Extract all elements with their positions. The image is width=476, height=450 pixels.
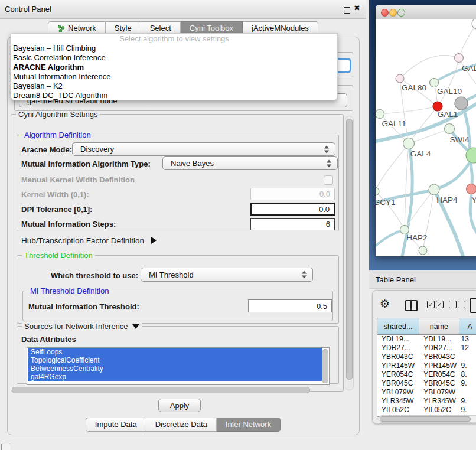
network-edge[interactable]: [376, 144, 409, 191]
table-row[interactable]: YBR043CYBR043C: [377, 353, 476, 361]
aracne-mode-combo[interactable]: Discovery: [72, 142, 335, 156]
data-attribute-item[interactable]: gal4RGexp: [28, 373, 322, 381]
network-node[interactable]: [419, 246, 427, 255]
which-threshold-value: MI Threshold: [149, 270, 194, 279]
network-edge[interactable]: [376, 230, 405, 250]
table-horizontal-scrollbar-thumb[interactable]: [380, 416, 471, 422]
mi-threshold-input[interactable]: 0.5: [248, 299, 332, 312]
control-panel-titlebar: Control Panel ✖: [0, 0, 366, 19]
algorithm-option[interactable]: Dream8 DC_TDC Algorithm: [11, 91, 337, 100]
data-attribute-item[interactable]: BetweennessCentrality: [28, 364, 322, 373]
table-row[interactable]: YBR045CYBR045C9.: [377, 379, 476, 388]
network-edge[interactable]: [380, 106, 438, 114]
table-row[interactable]: YER054CYER054C8.: [377, 370, 476, 379]
algorithm-definition-title: Algorithm Definition: [22, 131, 93, 139]
table-body: YDL19...YDL19...13YDR27...YDR27...12YBR0…: [377, 335, 476, 415]
network-node[interactable]: [445, 124, 455, 134]
settings-horizontal-scrollbar-thumb[interactable]: [12, 387, 310, 393]
data-attributes-list[interactable]: SelfLoopsTopologicalCoefficientBetweenne…: [27, 347, 330, 385]
network-node-label: GAL10: [437, 87, 462, 96]
network-node[interactable]: [376, 110, 384, 119]
network-edge[interactable]: [459, 58, 476, 87]
bottom-tab-impute-data[interactable]: Impute Data: [86, 418, 146, 432]
document-icon[interactable]: [470, 298, 476, 313]
aracne-mode-value: Discovery: [80, 145, 114, 154]
network-edge[interactable]: [405, 144, 409, 230]
table-horizontal-scrollbar[interactable]: [379, 415, 476, 423]
bottom-left-partial-icon[interactable]: [1, 444, 11, 450]
settings-vertical-scrollbar[interactable]: [345, 116, 354, 390]
list-scrollbar[interactable]: [322, 349, 328, 383]
data-attribute-item[interactable]: TopologicalCoefficient: [28, 356, 322, 364]
data-attributes-label: Data Attributes: [21, 335, 76, 344]
table-panel-title: Table Panel: [376, 275, 416, 284]
table-cell: YER054C: [419, 370, 459, 379]
split-columns-icon[interactable]: [405, 300, 418, 311]
table-row[interactable]: YBL079WYBL079W: [377, 388, 476, 397]
unchecked-checkbox-icon[interactable]: [458, 301, 465, 308]
checked-checkbox-icon[interactable]: ✓: [427, 301, 435, 308]
network-node[interactable]: [430, 79, 439, 87]
network-edge[interactable]: [438, 58, 459, 106]
manual-kernel-checkbox[interactable]: [324, 175, 333, 185]
bottom-tab-discretize-data[interactable]: Discretize Data: [146, 418, 217, 432]
hub-definition-toggle[interactable]: Hub/Transcription Factor Definition: [21, 236, 157, 245]
network-node[interactable]: [403, 138, 415, 149]
close-icon[interactable]: ✖: [354, 4, 360, 12]
aracne-mode-label: Aracne Mode:: [21, 145, 72, 154]
network-node[interactable]: [429, 184, 439, 195]
table-cell: YPR145W: [377, 361, 419, 370]
settings-vertical-scrollbar-thumb[interactable]: [346, 119, 353, 380]
network-node[interactable]: [467, 184, 476, 194]
minimize-traffic-light-icon[interactable]: [389, 9, 397, 17]
network-edge[interactable]: [461, 103, 476, 233]
algorithm-option[interactable]: Mutual Information Inference: [11, 72, 337, 81]
float-window-icon[interactable]: [344, 7, 350, 14]
network-node[interactable]: [396, 74, 404, 83]
algorithm-option[interactable]: ARACNE Algorithm: [11, 63, 337, 72]
table-cell: YDR27...: [377, 344, 419, 353]
network-node[interactable]: [376, 187, 379, 195]
network-node[interactable]: [472, 19, 476, 29]
dpi-tolerance-input[interactable]: 0.0: [250, 203, 335, 216]
which-threshold-combo[interactable]: MI Threshold: [141, 268, 313, 282]
network-node-label: GAL1: [438, 110, 458, 119]
table-cell: 12: [459, 344, 476, 353]
algorithm-option[interactable]: Basic Correlation Inference: [11, 53, 337, 63]
mi-steps-input[interactable]: 6: [250, 218, 335, 230]
table-row[interactable]: YDR27...YDR27...12: [377, 344, 476, 353]
application-root: Control Panel ✖ NetworkStyleSelectCyni T…: [0, 0, 476, 450]
table-column-header[interactable]: shared...: [377, 318, 419, 334]
table-row[interactable]: YIL052CYIL052C9.: [377, 406, 476, 415]
manual-kernel-label: Manual Kernel Width Definition: [21, 175, 135, 184]
collapse-arrow-icon[interactable]: [132, 324, 139, 329]
kernel-width-input[interactable]: 0.0: [250, 188, 335, 200]
table-row[interactable]: YLR345WYLR345W9.: [377, 397, 476, 406]
checked-checkbox-icon[interactable]: ✓: [436, 301, 444, 308]
mi-steps-value: 6: [326, 220, 330, 229]
data-attributes-items: SelfLoopsTopologicalCoefficientBetweenne…: [27, 348, 329, 381]
apply-button[interactable]: Apply: [158, 399, 201, 412]
algorithm-option[interactable]: Bayesian – Hill Climbing: [11, 44, 337, 53]
close-traffic-light-icon[interactable]: [381, 9, 389, 17]
mi-type-combo[interactable]: Naive Bayes: [162, 156, 338, 170]
stepper-icon: [302, 271, 307, 279]
table-column-header[interactable]: name: [419, 318, 459, 334]
unchecked-checkbox-icon[interactable]: [449, 301, 457, 308]
data-attribute-item[interactable]: SelfLoops: [28, 348, 322, 356]
network-edge[interactable]: [459, 24, 476, 58]
node-table[interactable]: shared...nameA YDL19...YDL19...13YDR27..…: [377, 318, 476, 417]
algorithm-option[interactable]: Bayesian – K2: [11, 81, 337, 91]
table-column-header[interactable]: A: [459, 318, 476, 334]
network-canvas[interactable]: GALGAL80GAL10GAL1GAL11SWI4GAL4GCY1HAP4YH…: [376, 19, 476, 256]
table-row[interactable]: YPR145WYPR145W9.: [377, 361, 476, 370]
zoom-traffic-light-icon[interactable]: [397, 9, 405, 17]
bottom-tab-infer-network[interactable]: Infer Network: [217, 418, 281, 432]
gear-icon[interactable]: ⚙: [380, 297, 390, 311]
network-node-label: GAL11: [382, 119, 406, 128]
network-node[interactable]: [455, 97, 468, 110]
table-row[interactable]: YDL19...YDL19...13: [377, 335, 476, 344]
network-window-titlebar[interactable]: [376, 5, 476, 20]
network-edge[interactable]: [376, 155, 474, 204]
network-node[interactable]: [455, 54, 464, 63]
